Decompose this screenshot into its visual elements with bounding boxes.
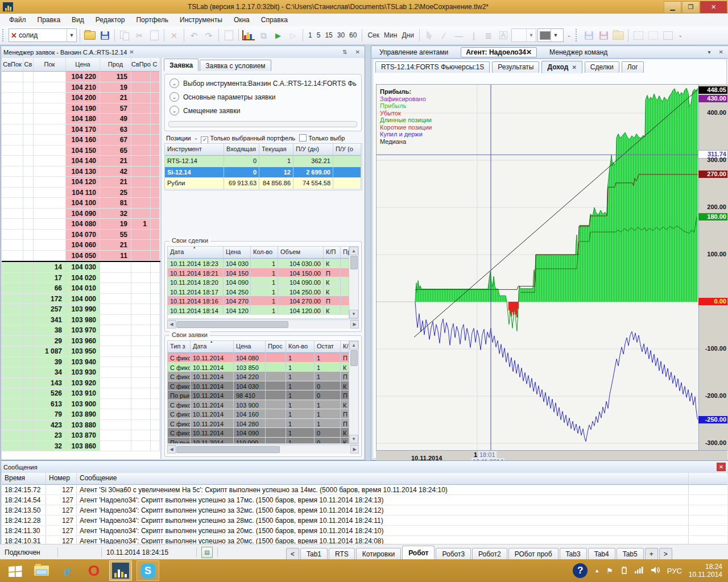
- table-row[interactable]: 10.11.2014 18:14104 1201104 120.00К: [168, 306, 358, 315]
- message-row[interactable]: 18:24:11.30127Агент 'Надоело34': Скрипт …: [2, 526, 727, 536]
- save-button[interactable]: [98, 28, 111, 42]
- column-header-Инструмент[interactable]: Инструмент: [165, 144, 224, 156]
- message-row[interactable]: 18:24:15.72127Агент 'Si 30на60 с увеличе…: [2, 485, 727, 495]
- table-row[interactable]: С фикс10.11.2014103 90011КНет: [168, 400, 358, 410]
- chevron-down-icon[interactable]: ▼: [67, 29, 76, 41]
- positions-header[interactable]: ИнструментВходящаяТекущаяП/У (дн)П/У (о: [165, 144, 362, 156]
- column-header-П/У (о[interactable]: П/У (о: [333, 144, 361, 156]
- select-region-button[interactable]: [631, 28, 645, 42]
- pin-icon[interactable]: ⇅: [340, 49, 349, 55]
- orderbook-bid-row[interactable]: 423103 880: [2, 420, 160, 431]
- table-row[interactable]: По рын10.11.2014110 00010КНет: [168, 438, 358, 444]
- messages-table[interactable]: ВремяНомерСообщение 18:24:15.72127Агент …: [2, 473, 727, 544]
- orderbook-bid-row[interactable]: 39103 940: [2, 357, 160, 368]
- table-row[interactable]: 10.11.2014 18:17104 2501104 250.00К: [168, 287, 358, 297]
- interval-button-30[interactable]: 30: [335, 30, 347, 41]
- orders-hscrollbar[interactable]: ◀▶: [167, 444, 359, 454]
- agent-tab-Агент: Надоело34[interactable]: Агент: Надоело34✕: [461, 47, 537, 57]
- tray-expand-icon[interactable]: ▲: [594, 568, 599, 573]
- positions-table[interactable]: ИнструментВходящаяТекущаяП/У (дн)П/У (о …: [164, 143, 362, 190]
- toolbar-grip[interactable]: [2, 29, 6, 41]
- table-row[interactable]: RTS-12.1401362.21: [165, 156, 362, 167]
- minimize-button[interactable]: ▁: [664, 1, 681, 13]
- maximize-button[interactable]: ❐: [682, 1, 700, 13]
- account-combo[interactable]: ✕ солид ▼: [9, 28, 77, 42]
- orderbook-ask-row[interactable]: 104 07055: [2, 230, 160, 240]
- tab-close-icon[interactable]: ✕: [572, 64, 576, 70]
- table-row[interactable]: С фикс10.11.2014103 85011КДа: [168, 363, 358, 372]
- chevron-down-icon[interactable]: ⌄: [169, 92, 179, 102]
- orderbook-ask-row[interactable]: 104 220115: [2, 72, 160, 82]
- table-row[interactable]: С фикс10.11.2014104 16011ПНет: [168, 409, 358, 419]
- orderbook-bid-row[interactable]: 172104 000: [2, 294, 160, 305]
- column-header-Дата[interactable]: Дата▲: [191, 341, 234, 353]
- color-combo[interactable]: ▼: [537, 28, 564, 42]
- table-row[interactable]: 10.11.2014 18:16104 2701104 270.00П: [168, 296, 358, 306]
- column-header-Цена[interactable]: Цена: [234, 341, 266, 353]
- orderbook-bid-row[interactable]: 341103 980: [2, 315, 160, 326]
- toolbar-grip2[interactable]: [576, 29, 580, 41]
- copy-button[interactable]: [118, 28, 131, 42]
- workspace-tab-Tab1[interactable]: Tab1: [300, 548, 328, 560]
- orderbook-ask-row[interactable]: 104 080191: [2, 219, 160, 230]
- column-header-Входящая[interactable]: Входящая: [224, 144, 259, 156]
- orders-table[interactable]: Тип зДата▲ЦенаПросКол-воОстатК/Ак С фикс…: [167, 340, 359, 444]
- workspace-tab-Робот[interactable]: Робот: [402, 546, 435, 560]
- orderbook-ask-row[interactable]: 104 19057: [2, 103, 160, 114]
- view-tab-Лог[interactable]: Лог: [622, 61, 644, 73]
- help-icon[interactable]: ?: [573, 563, 588, 578]
- text-tool[interactable]: A: [497, 28, 510, 42]
- messages-body[interactable]: 18:24:15.72127Агент 'Si 30на60 с увеличе…: [2, 485, 727, 544]
- orderbook-bid-row[interactable]: 613103 900: [2, 399, 160, 410]
- trades-header[interactable]: Дата▲ЦенаКол-воОбъемК/ППро: [168, 247, 358, 259]
- menu-item-Вид[interactable]: Вид: [66, 15, 90, 25]
- select-region2-button[interactable]: [646, 28, 660, 42]
- orderbook-bid-row[interactable]: 23103 870: [2, 430, 160, 441]
- messages-close-icon[interactable]: ✕: [717, 463, 726, 471]
- hline-tool[interactable]: —: [452, 28, 466, 42]
- linewidth-combo[interactable]: ▼: [511, 28, 536, 42]
- interval-button-15[interactable]: 15: [322, 30, 334, 41]
- order-manager-close-icon[interactable]: ✕: [353, 49, 362, 55]
- messages-columns[interactable]: ВремяНомерСообщение: [2, 473, 727, 485]
- script-button[interactable]: [222, 28, 235, 42]
- file-explorer-icon[interactable]: [31, 561, 52, 580]
- start-button[interactable]: [5, 561, 26, 580]
- agents-close-icon[interactable]: ✕: [717, 49, 726, 55]
- chart-button[interactable]: [242, 28, 255, 42]
- undo-button[interactable]: ↶: [187, 28, 201, 42]
- column-header-Кол-во[interactable]: Кол-во: [286, 341, 315, 353]
- link-agent-button[interactable]: ⧉: [257, 28, 270, 42]
- orderbook-bid-row[interactable]: 66104 010: [2, 283, 160, 294]
- column-header-Объем[interactable]: Объем: [278, 247, 324, 259]
- tab-close-icon[interactable]: ✕: [526, 48, 532, 56]
- message-row[interactable]: 18:24:14.54127Агент 'Надоело34': Скрипт …: [2, 495, 727, 505]
- stack-windows-button[interactable]: [661, 28, 675, 42]
- messages-column-Сообщение[interactable]: Сообщение: [77, 473, 689, 484]
- view-tab-Результаты[interactable]: Результаты: [492, 61, 539, 73]
- clock[interactable]: 18:24 10.11.2014: [689, 563, 722, 579]
- run-button[interactable]: ▶: [271, 28, 285, 42]
- workspace-tab-Tab5[interactable]: Tab5: [617, 548, 644, 560]
- table-row[interactable]: 10.11.2014 18:21104 1501104 150.00П: [168, 268, 358, 278]
- toolbar-overflow-chevron[interactable]: ⌄: [565, 31, 574, 39]
- agent-tab-Менеджер команд[interactable]: Менеджер команд: [545, 48, 612, 57]
- agent-tab-Управление агентами[interactable]: Управление агентами: [375, 48, 453, 57]
- trades-vscrollbar[interactable]: ▲▼: [349, 247, 358, 318]
- view-tab-RTS-12.14:FORTS Фьючерсы:1S[interactable]: RTS-12.14:FORTS Фьючерсы:1S: [375, 61, 490, 73]
- orderbook-ask-row[interactable]: 104 13042: [2, 167, 160, 177]
- fibo-tool[interactable]: ≣: [482, 28, 495, 42]
- orderbook-bid-row[interactable]: 17104 020: [2, 273, 160, 284]
- orderbook-bid-row[interactable]: 79103 890: [2, 409, 160, 420]
- cut-button[interactable]: ✂: [133, 28, 146, 42]
- tslab-taskbar-icon[interactable]: [109, 560, 132, 581]
- orderbook-bid-row[interactable]: 257103 990: [2, 304, 160, 315]
- workspace-tab-Tab3[interactable]: Tab3: [560, 548, 587, 560]
- orderbook-bid-row[interactable]: 29103 960: [2, 336, 160, 347]
- save-layout-button[interactable]: [582, 28, 595, 42]
- trades-table[interactable]: Дата▲ЦенаКол-воОбъемК/ППро 10.11.2014 18…: [167, 246, 359, 319]
- opera-icon[interactable]: O: [83, 561, 105, 580]
- form-section[interactable]: ⌄Смещение заявки: [169, 106, 357, 115]
- column-header-К/П[interactable]: К/П: [324, 247, 341, 259]
- orderbook-ask-row[interactable]: 104 12021: [2, 177, 160, 188]
